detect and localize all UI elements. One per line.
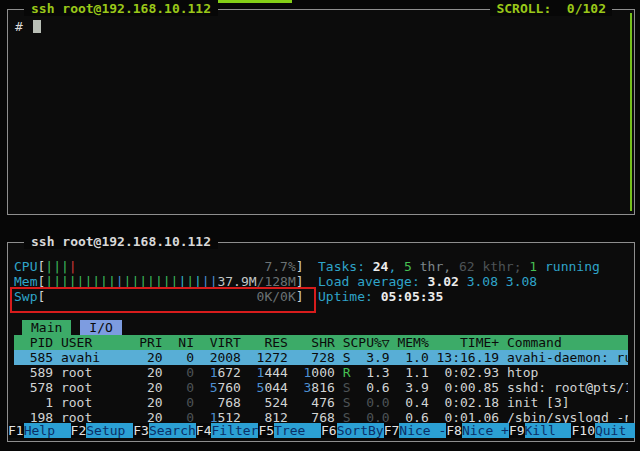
- cell-mem: 1.0: [390, 350, 429, 365]
- table-row[interactable]: 589root200167214441000R1.31.10:02.93htop: [14, 365, 628, 380]
- meter-mem: Mem[||||||||||||||||||||||37.9M/128M]: [14, 274, 304, 289]
- fkey-f2[interactable]: F2: [71, 423, 87, 438]
- fkey-label-kill[interactable]: Kill: [525, 423, 572, 438]
- fkey-f6[interactable]: F6: [321, 423, 337, 438]
- process-table: 585avahi20020081272728S3.91.013:16.19ava…: [14, 350, 628, 425]
- meter-bars: ||||7.7%: [45, 259, 295, 274]
- table-row[interactable]: 585avahi20020081272728S3.91.013:16.19ava…: [14, 350, 628, 365]
- cell-virt: 768: [194, 395, 241, 410]
- fkey-f10[interactable]: F10: [571, 423, 594, 438]
- cell-time: 0:02.18: [429, 395, 499, 410]
- fkey-label-sortby[interactable]: SortBy: [337, 423, 384, 438]
- text-cursor: [33, 20, 41, 33]
- cell-command: avahi-daemon: running: [499, 350, 628, 365]
- column-header-time+[interactable]: TIME+: [429, 335, 499, 350]
- cell-pri: 20: [131, 350, 162, 365]
- cell-mem: 1.1: [390, 365, 429, 380]
- meter-value: 37.9M/128M: [217, 274, 295, 289]
- cell-res: 1272: [241, 350, 288, 365]
- fkey-f1[interactable]: F1: [8, 423, 24, 438]
- tmux-pane-htop[interactable]: ssh root@192.168.10.112 CPU[||||7.7%]Mem…: [7, 242, 635, 442]
- function-key-bar: F1HelpF2SetupF3SearchF4FilterF5TreeF6Sor…: [8, 423, 635, 438]
- cell-pri: 20: [131, 380, 162, 395]
- fkey-label-search[interactable]: Search: [149, 423, 196, 438]
- meter-bars: 0K/0K: [45, 289, 295, 304]
- column-header-cpu%[interactable]: CPU%▽: [350, 335, 389, 350]
- cell-shr: 728: [288, 350, 335, 365]
- cell-virt: 2008: [194, 350, 241, 365]
- load-average-line: Load average: 3.02 3.08 3.08: [318, 274, 600, 289]
- meter-cpu: CPU[||||7.7%]: [14, 259, 304, 274]
- fkey-label-help[interactable]: Help: [24, 423, 71, 438]
- htop-tabs: MainI/O: [14, 320, 122, 335]
- cell-shr: 476: [288, 395, 335, 410]
- table-row[interactable]: 578root200576050443816S0.63.90:00.85sshd…: [14, 380, 628, 395]
- column-header-pid[interactable]: PID: [14, 335, 53, 350]
- tab-io[interactable]: I/O: [80, 320, 121, 335]
- fkey-f3[interactable]: F3: [133, 423, 149, 438]
- cell-pri: 20: [131, 365, 162, 380]
- fkey-label-quit[interactable]: Quit: [595, 423, 635, 438]
- table-row[interactable]: 1root200768524476S0.00.40:02.18init [3]: [14, 395, 628, 410]
- meter-swp: Swp[0K/0K]: [14, 289, 304, 304]
- cell-pid: 578: [14, 380, 53, 395]
- cell-command: sshd: root@pts/1: [499, 380, 628, 395]
- cell-cpu: 3.9: [350, 350, 389, 365]
- cell-mem: 3.9: [390, 380, 429, 395]
- scrollbar[interactable]: [630, 13, 632, 211]
- column-header-mem%[interactable]: MEM%: [390, 335, 429, 350]
- column-header-virt[interactable]: VIRT: [194, 335, 241, 350]
- prompt-text: #: [15, 19, 31, 34]
- scroll-indicator: SCROLL: 0/102: [490, 1, 612, 16]
- cell-cpu: 0.0: [350, 395, 389, 410]
- cell-s: S: [335, 350, 351, 365]
- fkey-label-setup[interactable]: Setup: [86, 423, 133, 438]
- htop-info: Tasks: 24, 5 thr, 62 kthr; 1 runningLoad…: [318, 259, 600, 304]
- column-header-shr[interactable]: SHR: [288, 335, 335, 350]
- cell-cpu: 0.6: [350, 380, 389, 395]
- tmux-pane-shell[interactable]: ssh root@192.168.10.112 SCROLL: 0/102 #: [7, 9, 635, 215]
- cell-time: 0:00.85: [429, 380, 499, 395]
- cell-time: 0:02.93: [429, 365, 499, 380]
- fkey-f7[interactable]: F7: [384, 423, 400, 438]
- cell-s: S: [335, 380, 351, 395]
- column-header-s[interactable]: S: [335, 335, 351, 350]
- column-header-command[interactable]: Command: [499, 335, 628, 350]
- fkey-label-nice+[interactable]: Nice +: [462, 423, 509, 438]
- bottom-pane-title: ssh root@192.168.10.112: [24, 234, 218, 249]
- meter-value: 7.7%: [264, 259, 295, 274]
- column-header-ni[interactable]: NI: [163, 335, 194, 350]
- tasks-line: Tasks: 24, 5 thr, 62 kthr; 1 running: [318, 259, 600, 274]
- column-header-user[interactable]: USER: [53, 335, 131, 350]
- fkey-f9[interactable]: F9: [509, 423, 525, 438]
- cell-user: avahi: [53, 350, 131, 365]
- process-table-header[interactable]: PIDUSERPRINIVIRTRESSHRSCPU%▽MEM%TIME+Com…: [14, 335, 628, 350]
- cell-ni: 0: [163, 395, 194, 410]
- fkey-f8[interactable]: F8: [446, 423, 462, 438]
- cell-pid: 589: [14, 365, 53, 380]
- fkey-label-nice-[interactable]: Nice -: [399, 423, 446, 438]
- cell-user: root: [53, 380, 131, 395]
- cell-time: 13:16.19: [429, 350, 499, 365]
- fkey-f4[interactable]: F4: [196, 423, 212, 438]
- htop-meters: CPU[||||7.7%]Mem[||||||||||||||||||||||3…: [14, 259, 304, 304]
- cell-pid: 585: [14, 350, 53, 365]
- fkey-label-tree[interactable]: Tree: [274, 423, 321, 438]
- column-header-pri[interactable]: PRI: [131, 335, 162, 350]
- cell-shr: 1000: [288, 365, 335, 380]
- cell-command: init [3]: [499, 395, 628, 410]
- tab-main[interactable]: Main: [22, 320, 71, 335]
- column-header-res[interactable]: RES: [241, 335, 288, 350]
- cell-ni: 0: [163, 380, 194, 395]
- cell-s: R: [335, 365, 351, 380]
- uptime-line: Uptime: 05:05:35: [318, 289, 600, 304]
- meter-bars: ||||||||||||||||||||||37.9M/128M: [45, 274, 295, 289]
- meter-value: 0K/0K: [257, 289, 296, 304]
- shell-prompt[interactable]: #: [15, 19, 41, 34]
- cell-pid: 1: [14, 395, 53, 410]
- cell-ni: 0: [163, 350, 194, 365]
- fkey-label-filter[interactable]: Filter: [211, 423, 258, 438]
- cell-command: htop: [499, 365, 628, 380]
- fkey-f5[interactable]: F5: [258, 423, 274, 438]
- cell-virt: 1672: [194, 365, 241, 380]
